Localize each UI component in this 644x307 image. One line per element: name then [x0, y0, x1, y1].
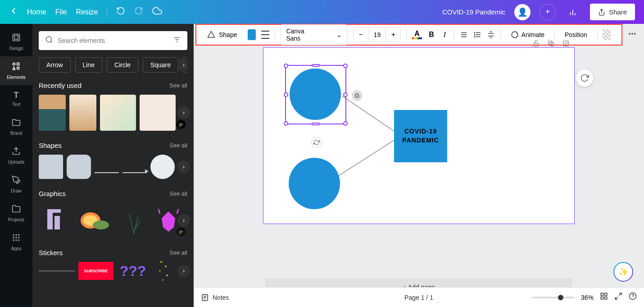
position-button[interactable]: Position [560, 28, 592, 41]
elements-panel: Arrow Line Circle Square St › Recently u… [32, 24, 194, 307]
text-color-button[interactable]: A [412, 30, 422, 39]
transparency-button[interactable] [603, 29, 611, 40]
spacing-button[interactable] [487, 29, 495, 40]
grid-view-icon[interactable] [600, 292, 608, 302]
chip-circle[interactable]: Circle [107, 57, 138, 73]
page-indicator[interactable]: Page 1 / 1 [404, 294, 433, 301]
resize-handle[interactable] [284, 121, 288, 126]
border-style-button[interactable] [261, 29, 269, 40]
svg-rect-64 [605, 293, 607, 295]
fill-color-swatch[interactable] [248, 29, 256, 40]
svg-rect-4 [13, 34, 20, 41]
selected-shape-circle[interactable] [287, 67, 345, 123]
redo-icon[interactable] [134, 6, 143, 18]
graphic-item[interactable] [39, 203, 74, 238]
see-all-graphics[interactable]: See all [169, 190, 187, 197]
ai-assistant-button[interactable]: ✨ [613, 262, 633, 282]
chip-square[interactable]: Square [143, 57, 178, 73]
shape-line[interactable] [95, 161, 119, 173]
shape-rounded-square[interactable] [67, 155, 91, 179]
undo-icon[interactable] [116, 6, 125, 18]
recent-item[interactable]: 🎓 [100, 95, 136, 131]
list-button[interactable] [473, 29, 481, 40]
chip-arrow[interactable]: Arrow [39, 57, 71, 73]
sticker-item[interactable] [39, 262, 75, 280]
recent-item[interactable] [140, 95, 176, 131]
stickers-scroll-right[interactable]: › [177, 265, 190, 277]
notes-button[interactable]: Notes [201, 293, 229, 302]
nav-text[interactable]: T Text [0, 85, 32, 112]
zoom-percent[interactable]: 36% [581, 294, 594, 301]
nav-projects[interactable]: Projects [0, 199, 32, 228]
recent-item[interactable]: 🎓 [39, 95, 66, 131]
graphics-scroll-right[interactable]: › [177, 214, 190, 227]
see-all-stickers[interactable]: See all [169, 249, 187, 256]
nav-uploads[interactable]: Uploads [0, 141, 32, 170]
font-family-select[interactable]: Canva Sans ⌄ [280, 24, 348, 45]
text-align-button[interactable] [460, 29, 468, 40]
shape-circle[interactable] [150, 155, 175, 179]
help-icon[interactable] [629, 292, 637, 302]
font-size-decrease[interactable]: − [354, 31, 368, 39]
nav-apps[interactable]: Apps [0, 228, 32, 257]
avatar[interactable]: 👤 [514, 4, 531, 20]
bold-button[interactable]: B [427, 29, 435, 40]
more-options-button[interactable] [628, 29, 637, 40]
graphic-item[interactable]: 🎓 [77, 203, 113, 238]
nav-draw[interactable]: Draw [0, 170, 32, 199]
nav-elements[interactable]: Elements [0, 56, 32, 85]
design-canvas[interactable]: G COVID-19 PANDEMIC [263, 47, 575, 224]
circle-shape-2[interactable] [289, 158, 340, 209]
cloud-sync-icon[interactable] [152, 6, 162, 18]
resize-handle[interactable] [312, 64, 320, 67]
see-all-shapes[interactable]: See all [169, 142, 187, 149]
resize-handle[interactable] [312, 123, 320, 125]
svg-point-50 [629, 33, 630, 34]
sticker-item[interactable]: ??? [117, 262, 149, 280]
resize-handle[interactable] [343, 64, 348, 68]
zoom-slider[interactable] [531, 297, 575, 298]
see-all-recent[interactable]: See all [169, 82, 187, 89]
file-button[interactable]: File [55, 8, 67, 16]
chip-line[interactable]: Line [75, 57, 102, 73]
sync-icon[interactable] [311, 137, 322, 148]
regenerate-button[interactable] [576, 69, 593, 87]
home-button[interactable]: Home [27, 8, 46, 16]
shape-arrow-line[interactable]: ▸ [122, 161, 147, 173]
resize-handle[interactable] [343, 121, 348, 126]
shapes-scroll-right[interactable]: › [177, 160, 190, 173]
font-size-increase[interactable]: + [386, 31, 400, 39]
back-arrow-icon[interactable] [9, 6, 18, 18]
sticker-subscribe[interactable]: SUBSCRIBE [78, 262, 113, 280]
graphic-item[interactable] [116, 203, 151, 238]
italic-button[interactable]: I [441, 29, 449, 40]
resize-button[interactable]: Resize [76, 8, 98, 16]
search-box[interactable] [39, 31, 187, 50]
search-input[interactable] [58, 37, 168, 44]
shape-type-button[interactable]: Shape [202, 28, 242, 41]
share-button[interactable]: Share [590, 4, 635, 20]
resize-handle[interactable] [284, 64, 288, 68]
shape-square[interactable] [39, 155, 63, 179]
resize-handle[interactable] [284, 92, 288, 97]
zoom-thumb[interactable] [558, 295, 563, 300]
nav-brand[interactable]: Brand [0, 112, 32, 141]
fullscreen-icon[interactable] [614, 292, 622, 302]
font-size-value[interactable]: 19 [368, 28, 386, 41]
brand-icon [12, 118, 21, 129]
project-title[interactable]: COVID-19 Pandemic [442, 8, 505, 16]
add-user-button[interactable]: + [540, 4, 556, 20]
grammarly-indicator[interactable]: G [351, 89, 363, 102]
recent-item[interactable]: 🎓 [69, 95, 96, 131]
resize-handle[interactable] [343, 92, 348, 97]
insights-icon[interactable] [565, 4, 581, 20]
chips-scroll-right[interactable]: › [177, 59, 187, 71]
divider [107, 7, 107, 18]
recent-scroll-right[interactable]: › [177, 106, 190, 119]
nav-design[interactable]: Design [0, 27, 32, 56]
sticker-item[interactable] [152, 262, 175, 280]
projects-icon [12, 204, 21, 215]
section-stickers: Stickers [39, 249, 63, 257]
covid-text-box[interactable]: COVID-19 PANDEMIC [394, 110, 447, 162]
filter-icon[interactable] [173, 36, 181, 46]
